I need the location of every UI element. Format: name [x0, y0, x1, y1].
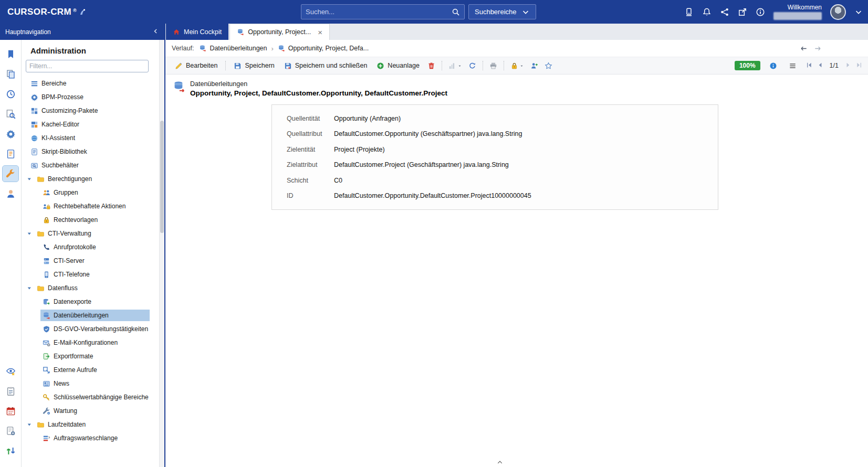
main-area: Mein CockpitOpportunity, Project...× Ver… [165, 24, 868, 467]
rail-document-settings[interactable] [3, 423, 18, 439]
sidebar-item[interactable]: Externe Aufrufe [22, 363, 150, 377]
refresh-icon [468, 62, 476, 70]
chevron-down-icon[interactable] [26, 176, 34, 182]
icon-rail [0, 40, 22, 467]
sidebar-item[interactable]: News [22, 377, 150, 390]
sidebar-item[interactable]: Anrufprotokolle [22, 240, 150, 254]
sidebar-item[interactable]: Skript-Bibliothek [22, 145, 150, 158]
bookmark-icon [6, 49, 16, 59]
sidebar-item[interactable]: Datenexporte [22, 295, 150, 309]
caret-icon [519, 63, 524, 68]
chevron-down-icon[interactable] [26, 231, 34, 237]
sidebar-item[interactable]: Kachel-Editor [22, 118, 150, 131]
sidebar-item[interactable]: Schlüsselwertabhängige Bereiche [22, 390, 150, 404]
rail-calendar[interactable] [3, 403, 18, 419]
first-page-button[interactable] [806, 61, 813, 70]
prev-page-button[interactable] [817, 61, 824, 70]
sidebar-item[interactable]: KI-Assistent [22, 131, 150, 145]
edit-button[interactable]: Bearbeiten [171, 60, 222, 72]
notifications-button[interactable] [702, 7, 712, 17]
share-button[interactable] [720, 7, 729, 17]
scrollbar-thumb[interactable] [160, 121, 164, 233]
rail-notes[interactable] [3, 383, 18, 399]
sidebar-item[interactable]: Suchbehälter [22, 158, 150, 172]
device-button[interactable] [684, 7, 694, 17]
sidebar-item[interactable]: Customizing-Pakete [22, 104, 150, 118]
chevron-down-icon[interactable] [26, 285, 34, 291]
last-page-button[interactable] [855, 61, 863, 70]
panel-collapse-handle[interactable] [496, 459, 504, 467]
tab-bar: Mein CockpitOpportunity, Project...× [165, 24, 868, 40]
rail-settings[interactable] [3, 126, 18, 142]
open-in-window-button[interactable] [738, 7, 747, 17]
rail-favorites[interactable] [3, 46, 18, 62]
info-blue-icon [769, 62, 777, 70]
sidebar-item[interactable]: Gruppen [22, 186, 150, 199]
rail-windows[interactable] [3, 66, 18, 82]
print-button[interactable] [487, 60, 500, 72]
fwd-arrow-icon[interactable] [814, 45, 822, 52]
menu-button[interactable] [786, 60, 799, 72]
magnifier-icon[interactable] [452, 8, 460, 16]
sidebar-item[interactable]: CTI-Telefone [22, 268, 150, 281]
rail-admin-tools[interactable] [3, 166, 18, 182]
rail-data-transfer[interactable] [3, 443, 18, 459]
pg-last-icon [855, 61, 863, 69]
sidebar-item[interactable]: Wartung [22, 404, 150, 418]
new-record-button[interactable]: Neuanlage [372, 60, 423, 72]
rail-watchlist[interactable] [3, 363, 18, 379]
favorite-button[interactable] [542, 60, 555, 72]
device-icon [684, 7, 694, 17]
zoom-badge: 100% [735, 61, 760, 70]
filter-input[interactable] [29, 62, 145, 70]
rail-history[interactable] [3, 86, 18, 102]
sidebar-item[interactable]: BPM-Prozesse [22, 90, 150, 104]
sidebar-item-label: BPM-Prozesse [41, 93, 83, 101]
sidebar-item[interactable]: Rechtebehaftete Aktionen [22, 199, 150, 213]
tab-close-icon[interactable]: × [318, 28, 322, 36]
collapse-sidebar-icon[interactable] [152, 28, 159, 35]
help-button[interactable] [756, 7, 765, 17]
search-areas-button[interactable]: Suchbereiche [468, 4, 536, 19]
rail-detail-search[interactable] [3, 106, 18, 122]
sidebar-item[interactable]: Exportformate [22, 349, 150, 363]
next-page-button[interactable] [844, 61, 852, 70]
export-button[interactable] [446, 60, 465, 72]
refresh-button[interactable] [466, 60, 479, 72]
external-call-icon [43, 366, 50, 374]
sidebar-item[interactable]: Laufzeitdaten [22, 418, 150, 431]
search-input[interactable] [306, 8, 452, 16]
save-button[interactable]: Speichern [229, 60, 278, 72]
rail-contacts[interactable] [3, 186, 18, 201]
breadcrumb-item[interactable]: Datenüberleitungen [199, 45, 267, 52]
sidebar-item[interactable]: Bereiche [22, 77, 150, 90]
registered-mark: ® [73, 8, 77, 13]
sidebar-item[interactable]: DS-GVO-Verarbeitungstätigkeiten [22, 322, 150, 336]
back-arrow-icon[interactable] [800, 45, 808, 52]
avatar[interactable] [830, 4, 846, 20]
sidebar-item[interactable]: Datenfluss [22, 281, 150, 295]
permissions-button[interactable] [508, 60, 527, 72]
sidebar-item[interactable]: E-Mail-Konfigurationen [22, 336, 150, 349]
info-button[interactable] [767, 60, 780, 72]
sidebar-item[interactable]: Rechtevorlagen [22, 213, 150, 227]
tab-cockpit[interactable]: Mein Cockpit [166, 24, 228, 40]
sidebar-item[interactable]: Datenüberleitungen [22, 309, 150, 322]
share-icon [720, 7, 729, 17]
sidebar-item[interactable]: CTI-Verwaltung [22, 227, 150, 240]
chev-up-icon[interactable] [496, 459, 504, 465]
welcome-label: Willkommen [773, 4, 822, 11]
tab-active[interactable]: Opportunity, Project...× [229, 24, 330, 40]
key-icon [43, 394, 50, 401]
chevron-down-icon[interactable] [854, 8, 863, 16]
sidebar-item[interactable]: Berechtigungen [22, 172, 150, 186]
sidebar-scrollbar[interactable] [159, 40, 164, 467]
rail-documents[interactable] [3, 146, 18, 162]
delete-button[interactable] [425, 60, 438, 72]
breadcrumb-item[interactable]: Opportunity, Project, Defa... [278, 45, 369, 52]
sidebar-item[interactable]: CTI-Server [22, 254, 150, 268]
save-close-button[interactable]: Speichern und schließen [280, 60, 372, 72]
sidebar-item[interactable]: Auftragswarteschlange [22, 431, 150, 445]
chevron-down-icon[interactable] [26, 422, 34, 428]
assign-user-button[interactable] [528, 60, 541, 72]
